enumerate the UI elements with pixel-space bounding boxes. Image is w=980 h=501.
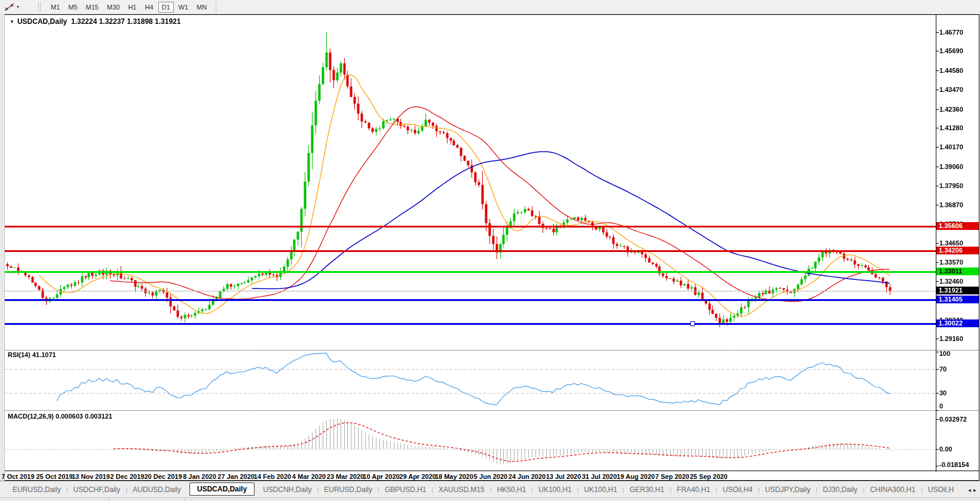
chart-tab-fra40-h1[interactable]: FRA40,H1 [672, 485, 716, 494]
price-axis-tick: 1.42360 [939, 106, 978, 113]
price-level-badge-1.34206: 1.34206 [936, 247, 979, 254]
timeframe-button-d1[interactable]: D1 [158, 2, 174, 13]
rsi-label: RSI(14) 41.1071 [8, 351, 56, 358]
price-level-badge-1.33011: 1.33011 [936, 268, 979, 275]
timeframe-button-h1[interactable]: H1 [124, 2, 140, 13]
chart-tab-usoil-h[interactable]: USOil,H [923, 485, 956, 494]
date-axis-label: 13 Nov 2019 [72, 473, 110, 480]
toolbar-grip[interactable] [38, 2, 41, 12]
chart-tab-uk100-h1[interactable]: UK100,H1 [533, 485, 577, 494]
timeframe-button-m15[interactable]: M15 [82, 2, 102, 13]
date-axis-label: 4 Mar 2020 [292, 473, 326, 480]
price-axis-tick: 1.32460 [939, 278, 978, 285]
price-axis-tick: 1.29160 [939, 335, 978, 342]
chart-tab-china300-h1[interactable]: CHINA300,H1 [865, 485, 921, 494]
date-axis-label: 7 Oct 2019 [1, 473, 34, 480]
price-axis-tick: 1.33570 [939, 259, 978, 266]
chart-tab-usoil-h4[interactable]: USOil,H4 [717, 485, 758, 494]
window-left-frame [0, 14, 5, 497]
macd-axis-tick: 0.00 [939, 445, 978, 453]
price-axis-tick: 1.41280 [939, 124, 978, 131]
chart-tab-xauusd-m15[interactable]: XAUUSD,M15 [433, 485, 490, 494]
status-bar [0, 497, 980, 501]
date-axis-label: 5 Jun 2020 [474, 473, 507, 480]
chart-tab-usdjpy-daily[interactable]: USDJPY,Daily [760, 485, 816, 494]
rsi-axis-tick: 100 [939, 350, 978, 357]
date-axis-label: 14 Feb 2020 [254, 473, 291, 480]
chart-tab-usdcnh-daily[interactable]: USDCNH,Daily [258, 485, 317, 494]
price-level-badge-1.31921: 1.31921 [936, 287, 979, 294]
macd-axis-tick: -0.018154 [939, 461, 978, 468]
date-axis-label: 18 May 2020 [435, 473, 473, 480]
chart-tab-ger30-h1[interactable]: GER30,H1 [624, 485, 670, 494]
tab-scroll-left-icon[interactable]: ◂ [968, 487, 971, 493]
timeframe-button-w1[interactable]: W1 [175, 2, 192, 13]
rsi-axis-tick: 30 [939, 389, 978, 397]
date-axis-label: 8 Jan 2020 [183, 473, 216, 480]
price-level-badge-1.35606: 1.35606 [936, 222, 979, 230]
macd-label: MACD(12,26,9) 0.000603 0.003121 [8, 413, 112, 420]
chart-canvas[interactable] [5, 15, 979, 472]
rsi-axis-tick: 0 [939, 402, 978, 410]
date-axis-label: 13 Jul 2020 [546, 473, 581, 480]
date-axis-label: 7 Sep 2020 [656, 473, 690, 480]
chart-tab-hk50-h1[interactable]: HK50,H1 [492, 485, 532, 494]
chart-title: ▼USDCAD,Daily 1.32224 1.32237 1.31898 1.… [10, 17, 180, 26]
toolbar-separator [216, 2, 216, 13]
date-axis-label: 19 Aug 2020 [617, 473, 655, 480]
chart-tab-eurusd-daily[interactable]: EURUSD,Daily [7, 485, 66, 494]
top-toolbar: ▾ M1M5M15M30H1H4D1W1MN [0, 0, 980, 14]
timeframe-button-h4[interactable]: H4 [141, 2, 157, 13]
chart-tab-dj30-daily[interactable]: DJ30,Daily [817, 485, 863, 494]
price-level-badge-1.30022: 1.30022 [936, 319, 979, 327]
chart-tab-audusd-daily[interactable]: AUDUSD,Daily [127, 485, 186, 494]
price-axis-tick: 1.43470 [939, 86, 978, 93]
timeframe-buttons: M1M5M15M30H1H4D1W1MN [47, 0, 211, 14]
price-axis-tick: 1.40170 [939, 143, 978, 150]
chart-tab-usdcad-daily[interactable]: USDCAD,Daily [189, 482, 255, 496]
date-axis-label: 23 Mar 2020 [327, 473, 364, 480]
chart-tool-icon[interactable] [4, 2, 16, 12]
price-axis-tick: 1.46770 [939, 29, 978, 36]
chart-symbol-ohlc: USDCAD,Daily 1.32224 1.32237 1.31898 1.3… [17, 17, 181, 26]
price-axis-tick: 1.45690 [939, 47, 978, 54]
date-axis-label: 25 Sep 2020 [690, 473, 728, 480]
macd-axis-tick: 0.032972 [939, 416, 978, 423]
price-axis-tick: 1.39060 [939, 163, 978, 170]
date-axis-label: 20 Dec 2019 [145, 473, 182, 480]
price-axis-tick: 1.36870 [939, 201, 978, 208]
chart-menu-caret-icon[interactable]: ▼ [10, 19, 14, 24]
chart-tab-uk100-h1[interactable]: UK100,H1 [578, 485, 622, 494]
tab-scroll-right-icon[interactable]: ▸ [973, 487, 976, 493]
chart-tabs: EURUSD,Daily|USDCHF,Daily|AUDUSD,DailyUS… [0, 481, 956, 498]
price-axis-tick: 1.44580 [939, 67, 978, 74]
timeframe-button-m5[interactable]: M5 [65, 2, 81, 13]
status-cell [0, 498, 109, 501]
price-level-badge-1.31405: 1.31405 [936, 296, 979, 303]
toolbar-dropdown-caret-icon[interactable]: ▾ [17, 4, 19, 10]
rsi-axis-tick: 70 [939, 365, 978, 373]
status-cell [185, 498, 980, 501]
date-axis-label: 31 Jul 2020 [582, 473, 617, 480]
chart-tab-bar: EURUSD,Daily|USDCHF,Daily|AUDUSD,DailyUS… [0, 481, 980, 498]
chart-tab-gbpusd-h1[interactable]: GBPUSD,H1 [379, 485, 431, 494]
timeframe-button-m1[interactable]: M1 [47, 2, 63, 13]
chart-tab-eurusd-daily[interactable]: EURUSD,Daily [318, 485, 378, 494]
price-axis-tick: 1.37950 [939, 182, 978, 189]
date-axis-label: 27 Jan 2020 [218, 473, 255, 480]
date-axis-label: 10 Apr 2020 [363, 473, 399, 480]
date-axis-label: 29 Apr 2020 [399, 473, 436, 480]
date-axis-label: 2 Dec 2019 [111, 473, 145, 480]
timeframe-button-mn[interactable]: MN [193, 2, 210, 13]
chart-tab-usdchf-daily[interactable]: USDCHF,Daily [68, 485, 126, 494]
tab-scroll-arrows: ◂ ▸ [956, 487, 980, 493]
trading-terminal: { "icons": { "toolbar_caret": "▾", "menu… [0, 0, 980, 501]
price-axis-tick: 1.34650 [939, 239, 978, 247]
date-axis-label: 24 Jun 2020 [509, 473, 546, 480]
timeframe-button-m30[interactable]: M30 [103, 2, 123, 13]
date-axis-label: 25 Oct 2019 [36, 473, 72, 480]
status-cell [109, 498, 185, 501]
